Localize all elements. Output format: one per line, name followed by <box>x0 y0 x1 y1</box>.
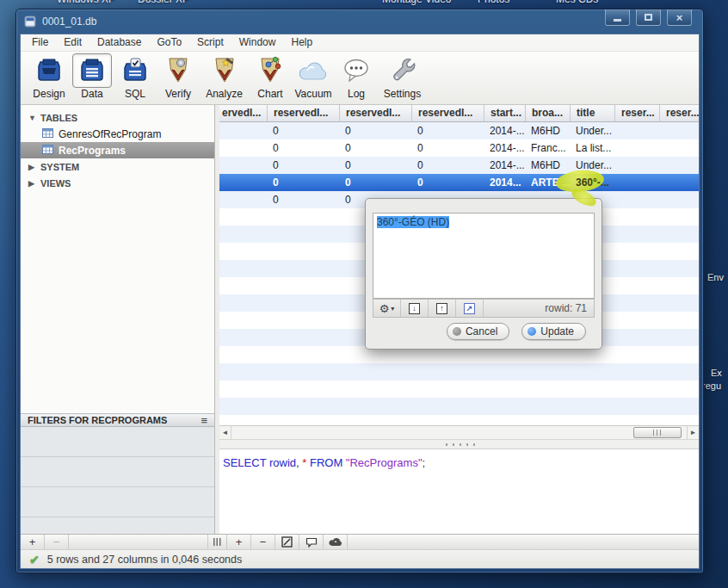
sidebar-item-genresofrecprogram[interactable]: GenresOfRecProgram <box>21 126 214 142</box>
cell[interactable] <box>340 363 412 381</box>
column-header-3[interactable]: reservedI... <box>412 105 484 121</box>
edit-cell-icon[interactable] <box>275 535 299 549</box>
cell[interactable] <box>615 174 660 191</box>
cell[interactable] <box>412 415 484 425</box>
cell[interactable] <box>219 398 268 415</box>
cell[interactable] <box>219 277 268 294</box>
cell[interactable] <box>268 208 340 226</box>
cancel-button[interactable]: Cancel <box>447 323 509 340</box>
cell[interactable]: 0 <box>340 157 412 174</box>
cell[interactable] <box>219 208 268 226</box>
column-header-7[interactable]: reser... <box>615 105 660 121</box>
cell[interactable] <box>660 312 699 329</box>
sql-editor[interactable]: SELECT rowid, * FROM "RecPrograms"; <box>219 449 699 534</box>
scroll-right-arrow[interactable]: ► <box>687 426 699 439</box>
triangle-right-icon[interactable]: ▶ <box>28 179 35 188</box>
cell[interactable]: Under... <box>571 122 615 139</box>
filters-panel[interactable] <box>21 427 214 534</box>
cell[interactable] <box>571 398 615 415</box>
cell[interactable] <box>660 277 699 294</box>
table-row[interactable]: 0002014-...M6HDUnder... <box>219 157 699 174</box>
cell[interactable] <box>615 312 660 329</box>
cell[interactable] <box>268 243 340 260</box>
cell[interactable] <box>615 226 660 243</box>
cell[interactable] <box>660 157 699 174</box>
column-header-1[interactable]: reservedI... <box>268 105 340 121</box>
cell[interactable] <box>219 329 268 346</box>
cell[interactable] <box>219 243 268 260</box>
cell[interactable] <box>615 191 660 208</box>
cell[interactable] <box>615 346 660 363</box>
cell[interactable] <box>615 363 660 381</box>
cell[interactable]: 0 <box>340 174 412 191</box>
cell[interactable] <box>660 415 699 425</box>
cell[interactable] <box>219 415 268 425</box>
cell[interactable] <box>268 312 340 329</box>
cell[interactable] <box>660 329 699 346</box>
cell[interactable]: La list... <box>571 139 615 157</box>
cell[interactable] <box>268 363 340 381</box>
filters-menu-icon[interactable]: ≡ <box>201 414 207 427</box>
cell[interactable] <box>219 139 268 157</box>
cell[interactable] <box>268 415 340 425</box>
table-row[interactable] <box>219 381 699 398</box>
cell[interactable] <box>268 329 340 346</box>
cell[interactable] <box>268 260 340 277</box>
cell[interactable] <box>615 381 660 398</box>
cell[interactable] <box>660 260 699 277</box>
cell[interactable] <box>219 363 268 381</box>
toolbar-button-log[interactable]: Log <box>335 53 378 100</box>
cell[interactable]: 2014-... <box>484 122 526 139</box>
cell[interactable] <box>484 415 526 425</box>
table-row[interactable] <box>219 363 699 381</box>
cell[interactable] <box>268 346 340 363</box>
cell[interactable] <box>615 139 660 157</box>
cell[interactable] <box>615 122 660 139</box>
cell[interactable]: 0 <box>412 139 484 157</box>
cell[interactable]: Franc... <box>526 139 571 157</box>
cell[interactable] <box>340 398 412 415</box>
cell[interactable] <box>615 208 660 226</box>
cloud-sync-icon[interactable] <box>324 535 348 549</box>
column-header-6[interactable]: title <box>571 105 615 121</box>
cell[interactable]: 0 <box>412 157 484 174</box>
cell[interactable] <box>340 415 412 425</box>
gear-menu-button[interactable]: ⚙ ▾ <box>373 300 401 317</box>
open-in-window-button[interactable]: ↗ <box>456 300 484 317</box>
cell[interactable] <box>660 398 699 415</box>
cell[interactable] <box>268 294 340 312</box>
cell[interactable] <box>219 294 268 312</box>
cell[interactable] <box>660 139 699 157</box>
cell[interactable] <box>660 381 699 398</box>
cell[interactable]: 0 <box>412 174 484 191</box>
toolbar-button-vacuum[interactable]: Vacuum <box>292 53 335 100</box>
cell[interactable] <box>484 381 526 398</box>
cell[interactable] <box>412 363 484 381</box>
column-header-5[interactable]: broa... <box>526 105 571 121</box>
cell[interactable] <box>615 294 660 312</box>
table-row[interactable]: 0002014-...Franc...La list... <box>219 139 699 157</box>
splitter-grip-icon[interactable] <box>207 535 226 549</box>
cell[interactable] <box>268 381 340 398</box>
remove-table-button[interactable]: − <box>45 535 69 549</box>
cell[interactable]: 0 <box>268 139 340 157</box>
horizontal-scrollbar[interactable]: ◄ ► <box>219 425 699 439</box>
cell[interactable] <box>615 415 660 425</box>
cell[interactable]: M6HD <box>526 122 571 139</box>
import-field-button[interactable]: ↓ <box>401 300 429 317</box>
toolbar-button-chart[interactable]: Chart <box>249 53 292 100</box>
cell[interactable] <box>660 208 699 226</box>
export-field-button[interactable]: ↑ <box>429 300 456 317</box>
cell[interactable] <box>340 381 412 398</box>
menu-item-window[interactable]: Window <box>231 34 284 51</box>
cell[interactable] <box>526 415 571 425</box>
cell[interactable] <box>526 381 571 398</box>
triangle-right-icon[interactable]: ▶ <box>28 163 35 171</box>
cell[interactable] <box>660 243 699 260</box>
cell[interactable]: 0 <box>268 174 340 191</box>
minimize-button[interactable] <box>605 9 630 26</box>
cell[interactable] <box>484 398 526 415</box>
toolbar-button-sql[interactable]: SQL <box>114 53 157 100</box>
menu-item-help[interactable]: Help <box>283 34 320 51</box>
cell[interactable]: 0 <box>340 122 412 139</box>
